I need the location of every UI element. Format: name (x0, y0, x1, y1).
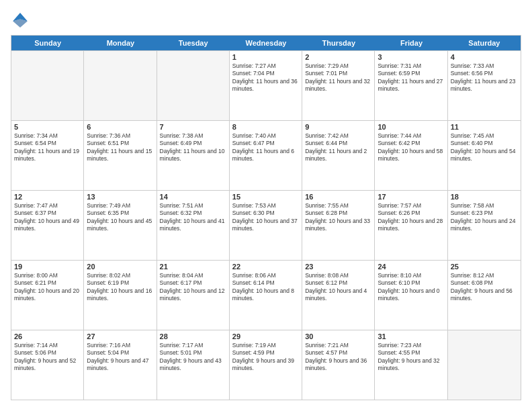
day-info: Sunrise: 7:47 AMSunset: 6:37 PMDaylight:… (14, 202, 81, 233)
day-number: 5 (14, 123, 81, 131)
header-day-sunday: Sunday (11, 36, 84, 50)
day-cell-6: 6Sunrise: 7:36 AMSunset: 6:51 PMDaylight… (84, 121, 157, 190)
day-cell-15: 15Sunrise: 7:53 AMSunset: 6:30 PMDayligh… (230, 191, 302, 260)
day-info: Sunrise: 8:02 AMSunset: 6:19 PMDaylight:… (87, 272, 153, 303)
header-day-monday: Monday (84, 36, 157, 50)
header-day-thursday: Thursday (302, 36, 375, 50)
day-info: Sunrise: 7:55 AMSunset: 6:28 PMDaylight:… (305, 202, 371, 233)
empty-cell (157, 51, 230, 120)
day-cell-31: 31Sunrise: 7:23 AMSunset: 4:55 PMDayligh… (375, 330, 447, 400)
day-cell-8: 8Sunrise: 7:40 AMSunset: 6:47 PMDaylight… (230, 121, 302, 190)
empty-cell (84, 51, 157, 120)
day-info: Sunrise: 7:33 AMSunset: 6:56 PMDaylight:… (451, 62, 518, 93)
day-cell-25: 25Sunrise: 8:12 AMSunset: 6:08 PMDayligh… (448, 261, 521, 330)
day-info: Sunrise: 8:10 AMSunset: 6:10 PMDaylight:… (378, 272, 444, 303)
header (11, 11, 521, 30)
day-info: Sunrise: 8:04 AMSunset: 6:17 PMDaylight:… (160, 272, 226, 303)
day-number: 3 (378, 53, 444, 61)
logo-icon (11, 11, 30, 30)
day-number: 28 (160, 332, 226, 340)
day-info: Sunrise: 7:34 AMSunset: 6:54 PMDaylight:… (14, 132, 81, 163)
day-info: Sunrise: 8:12 AMSunset: 6:08 PMDaylight:… (451, 272, 518, 303)
day-number: 22 (232, 263, 299, 271)
day-number: 16 (305, 193, 371, 201)
day-number: 12 (14, 193, 81, 201)
logo (11, 11, 32, 30)
day-number: 20 (87, 263, 153, 271)
day-number: 1 (232, 53, 299, 61)
day-cell-21: 21Sunrise: 8:04 AMSunset: 6:17 PMDayligh… (157, 261, 230, 330)
day-cell-23: 23Sunrise: 8:08 AMSunset: 6:12 PMDayligh… (302, 261, 375, 330)
day-number: 25 (451, 263, 518, 271)
day-number: 18 (451, 193, 518, 201)
day-number: 14 (160, 193, 226, 201)
day-info: Sunrise: 7:23 AMSunset: 4:55 PMDaylight:… (378, 342, 444, 373)
header-day-wednesday: Wednesday (230, 36, 302, 50)
day-cell-27: 27Sunrise: 7:16 AMSunset: 5:04 PMDayligh… (84, 330, 157, 400)
day-cell-30: 30Sunrise: 7:21 AMSunset: 4:57 PMDayligh… (302, 330, 375, 400)
day-info: Sunrise: 7:38 AMSunset: 6:49 PMDaylight:… (160, 132, 226, 163)
day-cell-7: 7Sunrise: 7:38 AMSunset: 6:49 PMDaylight… (157, 121, 230, 190)
day-cell-13: 13Sunrise: 7:49 AMSunset: 6:35 PMDayligh… (84, 191, 157, 260)
day-info: Sunrise: 7:29 AMSunset: 7:01 PMDaylight:… (305, 62, 371, 93)
calendar-row-4: 26Sunrise: 7:14 AMSunset: 5:06 PMDayligh… (11, 330, 521, 400)
calendar: SundayMondayTuesdayWednesdayThursdayFrid… (11, 35, 521, 400)
day-cell-17: 17Sunrise: 7:57 AMSunset: 6:26 PMDayligh… (375, 191, 447, 260)
day-cell-5: 5Sunrise: 7:34 AMSunset: 6:54 PMDaylight… (11, 121, 84, 190)
day-number: 8 (232, 123, 299, 131)
day-number: 27 (87, 332, 153, 340)
day-cell-12: 12Sunrise: 7:47 AMSunset: 6:37 PMDayligh… (11, 191, 84, 260)
calendar-row-1: 5Sunrise: 7:34 AMSunset: 6:54 PMDaylight… (11, 120, 521, 190)
day-number: 15 (232, 193, 299, 201)
header-day-friday: Friday (375, 36, 447, 50)
day-cell-14: 14Sunrise: 7:51 AMSunset: 6:32 PMDayligh… (157, 191, 230, 260)
day-cell-10: 10Sunrise: 7:44 AMSunset: 6:42 PMDayligh… (375, 121, 447, 190)
day-cell-28: 28Sunrise: 7:17 AMSunset: 5:01 PMDayligh… (157, 330, 230, 400)
day-info: Sunrise: 8:00 AMSunset: 6:21 PMDaylight:… (14, 272, 81, 303)
day-cell-19: 19Sunrise: 8:00 AMSunset: 6:21 PMDayligh… (11, 261, 84, 330)
day-number: 21 (160, 263, 226, 271)
day-number: 31 (378, 332, 444, 340)
empty-cell (448, 330, 521, 400)
day-cell-9: 9Sunrise: 7:42 AMSunset: 6:44 PMDaylight… (302, 121, 375, 190)
calendar-header: SundayMondayTuesdayWednesdayThursdayFrid… (11, 36, 521, 50)
empty-cell (11, 51, 84, 120)
day-number: 13 (87, 193, 153, 201)
day-number: 7 (160, 123, 226, 131)
header-day-saturday: Saturday (448, 36, 521, 50)
day-number: 4 (451, 53, 518, 61)
calendar-row-2: 12Sunrise: 7:47 AMSunset: 6:37 PMDayligh… (11, 190, 521, 260)
calendar-body: 1Sunrise: 7:27 AMSunset: 7:04 PMDaylight… (11, 50, 521, 400)
day-cell-26: 26Sunrise: 7:14 AMSunset: 5:06 PMDayligh… (11, 330, 84, 400)
day-number: 23 (305, 263, 371, 271)
day-number: 24 (378, 263, 444, 271)
day-cell-20: 20Sunrise: 8:02 AMSunset: 6:19 PMDayligh… (84, 261, 157, 330)
day-number: 2 (305, 53, 371, 61)
calendar-row-0: 1Sunrise: 7:27 AMSunset: 7:04 PMDaylight… (11, 50, 521, 120)
day-info: Sunrise: 7:17 AMSunset: 5:01 PMDaylight:… (160, 342, 226, 373)
day-cell-11: 11Sunrise: 7:45 AMSunset: 6:40 PMDayligh… (448, 121, 521, 190)
day-number: 30 (305, 332, 371, 340)
day-info: Sunrise: 7:27 AMSunset: 7:04 PMDaylight:… (232, 62, 299, 93)
header-day-tuesday: Tuesday (157, 36, 230, 50)
day-cell-4: 4Sunrise: 7:33 AMSunset: 6:56 PMDaylight… (448, 51, 521, 120)
day-number: 17 (378, 193, 444, 201)
day-cell-1: 1Sunrise: 7:27 AMSunset: 7:04 PMDaylight… (230, 51, 302, 120)
day-info: Sunrise: 7:42 AMSunset: 6:44 PMDaylight:… (305, 132, 371, 163)
day-info: Sunrise: 7:19 AMSunset: 4:59 PMDaylight:… (232, 342, 299, 373)
day-info: Sunrise: 7:45 AMSunset: 6:40 PMDaylight:… (451, 132, 518, 163)
day-number: 19 (14, 263, 81, 271)
day-cell-16: 16Sunrise: 7:55 AMSunset: 6:28 PMDayligh… (302, 191, 375, 260)
day-number: 10 (378, 123, 444, 131)
day-cell-3: 3Sunrise: 7:31 AMSunset: 6:59 PMDaylight… (375, 51, 447, 120)
day-info: Sunrise: 7:51 AMSunset: 6:32 PMDaylight:… (160, 202, 226, 233)
day-info: Sunrise: 7:40 AMSunset: 6:47 PMDaylight:… (232, 132, 299, 163)
day-number: 29 (232, 332, 299, 340)
day-info: Sunrise: 7:31 AMSunset: 6:59 PMDaylight:… (378, 62, 444, 93)
day-number: 9 (305, 123, 371, 131)
day-info: Sunrise: 7:36 AMSunset: 6:51 PMDaylight:… (87, 132, 153, 163)
day-info: Sunrise: 7:53 AMSunset: 6:30 PMDaylight:… (232, 202, 299, 233)
page: SundayMondayTuesdayWednesdayThursdayFrid… (0, 0, 532, 411)
day-info: Sunrise: 8:08 AMSunset: 6:12 PMDaylight:… (305, 272, 371, 303)
calendar-row-3: 19Sunrise: 8:00 AMSunset: 6:21 PMDayligh… (11, 260, 521, 330)
